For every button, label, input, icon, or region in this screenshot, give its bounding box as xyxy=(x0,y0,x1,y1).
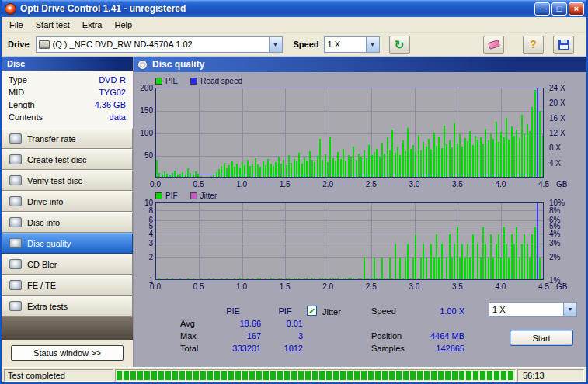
sidebar-item-label: Verify test disc xyxy=(27,176,82,185)
minimize-button[interactable]: − xyxy=(534,2,550,16)
sidebar-item-label: FE / TE xyxy=(27,281,56,290)
refresh-button[interactable]: ↻ xyxy=(389,36,410,54)
pif-chart-y-axis-right: 10%8%6%5%4%3%2%1% xyxy=(548,202,583,280)
menubar: File Start test Extra Help xyxy=(2,17,586,33)
sidebar-filler xyxy=(2,317,133,340)
disc-panel-header: Disc xyxy=(2,57,133,71)
axis-tick-label: 1.0 xyxy=(236,180,247,189)
drive-select[interactable]: (Q:) _NEC DVD_RW ND-4570A 1.02 ▼ xyxy=(36,36,283,53)
sidebar-item-extra-tests[interactable]: Extra tests xyxy=(2,296,133,317)
axis-tick-label: 2 xyxy=(148,253,153,261)
create-test-disc-icon xyxy=(9,154,22,164)
speed-select-value: 1 X xyxy=(325,40,366,49)
chevron-down-icon[interactable]: ▼ xyxy=(366,37,379,52)
sidebar-item-label: Disc info xyxy=(27,218,60,227)
axis-tick-label: 4 xyxy=(148,230,153,238)
menu-item-help[interactable]: Help xyxy=(108,18,138,31)
progress-percent: 100.0% xyxy=(514,371,516,380)
legend-item-pie: PIE xyxy=(155,77,178,85)
eraser-button[interactable] xyxy=(483,36,504,54)
axis-unit-label: GB xyxy=(556,180,567,189)
window-title: Opti Drive Control 1.41 - unregistered xyxy=(20,3,533,14)
axis-tick-label: 2.5 xyxy=(366,180,377,189)
titlebar: Opti Drive Control 1.41 - unregistered −… xyxy=(2,0,586,17)
sidebar-item-disc-info[interactable]: Disc info xyxy=(2,212,133,233)
jitter-checkbox[interactable]: ✓ xyxy=(307,306,317,316)
axis-tick-label: 2.0 xyxy=(322,180,333,189)
pif-chart-plot xyxy=(155,202,544,280)
menu-item-extra[interactable]: Extra xyxy=(76,18,109,31)
info-row: MID TYG02 xyxy=(9,86,126,99)
speed-stat-label: Speed xyxy=(371,306,396,316)
sidebar-item-transfer-rate[interactable]: Transfer rate xyxy=(2,128,133,149)
axis-tick-label: 20 X xyxy=(549,99,565,107)
sidebar-item-disc-quality[interactable]: Disc quality xyxy=(2,233,133,254)
legend-label: PIF xyxy=(165,192,178,200)
status-message: Test completed xyxy=(4,369,113,382)
pie-swatch-icon xyxy=(155,78,162,85)
max-pie-value: 167 xyxy=(205,331,261,341)
pie-column-header: PIE xyxy=(205,306,261,316)
axis-tick-label: 3% xyxy=(549,239,560,247)
info-label: Contents xyxy=(9,112,43,122)
disc-icon xyxy=(137,60,148,70)
menu-item-file[interactable]: File xyxy=(3,18,30,31)
disc-quality-icon xyxy=(9,238,22,248)
legend-label: Jitter xyxy=(200,192,217,200)
save-icon xyxy=(558,40,569,50)
axis-tick-label: 0.5 xyxy=(193,180,204,189)
jitter-swatch-icon xyxy=(190,192,197,199)
eraser-icon xyxy=(487,40,499,50)
axis-tick-label: 50 xyxy=(144,151,153,160)
sidebar-item-drive-info[interactable]: Drive info xyxy=(2,191,133,212)
drive-label: Drive xyxy=(8,40,30,49)
speed-select[interactable]: 1 X ▼ xyxy=(324,36,380,53)
avg-pie-value: 18.66 xyxy=(205,319,261,328)
menu-item-start-test[interactable]: Start test xyxy=(30,18,76,31)
axis-tick-label: 0.0 xyxy=(150,282,161,291)
total-label: Total xyxy=(180,344,198,353)
sidebar-item-fe-te[interactable]: FE / TE xyxy=(2,275,133,296)
chevron-down-icon[interactable]: ▼ xyxy=(269,37,282,52)
axis-tick-label: 8 xyxy=(148,206,153,215)
help-button[interactable]: ? xyxy=(523,36,544,54)
chevron-down-icon[interactable]: ▼ xyxy=(563,303,576,316)
info-row: Length 4.36 GB xyxy=(9,99,126,111)
sidebar-item-create-test-disc[interactable]: Create test disc xyxy=(2,149,133,170)
start-button[interactable]: Start xyxy=(510,330,573,346)
cd-bler-icon xyxy=(9,259,22,269)
legend-label: Read speed xyxy=(200,77,242,85)
info-value: data xyxy=(110,112,126,122)
axis-tick-label: 3.0 xyxy=(409,180,419,189)
pie-chart-x-axis: 0.00.51.01.52.02.53.03.54.04.5GB xyxy=(155,180,579,189)
axis-tick-label: 1.0 xyxy=(236,282,247,291)
help-icon: ? xyxy=(530,39,537,50)
sidebar-item-cd-bler[interactable]: CD Bler xyxy=(2,254,133,275)
max-label: Max xyxy=(180,331,197,341)
transfer-rate-icon xyxy=(9,133,22,144)
bottom-speed-select[interactable]: 1 X ▼ xyxy=(489,302,577,317)
legend-item-jitter: Jitter xyxy=(190,192,217,200)
sidebar-item-label: Extra tests xyxy=(27,302,68,311)
pif-column-header: PIF xyxy=(267,306,303,316)
axis-tick-label: 1.5 xyxy=(280,180,291,189)
status-window-button[interactable]: Status window >> xyxy=(11,345,124,361)
content: Disc Type DVD-R MID TYG02 Length 4.36 GB… xyxy=(2,57,586,367)
close-button[interactable]: × xyxy=(569,2,584,16)
maximize-button[interactable]: □ xyxy=(551,2,567,16)
axis-tick-label: 4.5 xyxy=(538,282,549,291)
sidebar-item-verify-test-disc[interactable]: Verify test disc xyxy=(2,170,133,191)
speed-stat-value: 1.00 X xyxy=(395,306,464,316)
info-value: TYG02 xyxy=(99,88,126,97)
axis-tick-label: 3.0 xyxy=(409,282,419,291)
samples-value: 142865 xyxy=(395,344,464,353)
progress-bar: 100.0% xyxy=(115,369,516,382)
extra-tests-icon xyxy=(9,301,22,311)
axis-tick-label: 8 X xyxy=(549,144,561,152)
axis-tick-label: 8% xyxy=(549,206,560,215)
sidebar-item-label: CD Bler xyxy=(27,260,57,269)
statusbar: Test completed 100.0% 56:13 xyxy=(2,367,586,382)
axis-tick-label: 0.5 xyxy=(193,282,204,291)
disc-quality-header: Disc quality xyxy=(134,57,586,72)
save-button[interactable] xyxy=(553,36,574,54)
